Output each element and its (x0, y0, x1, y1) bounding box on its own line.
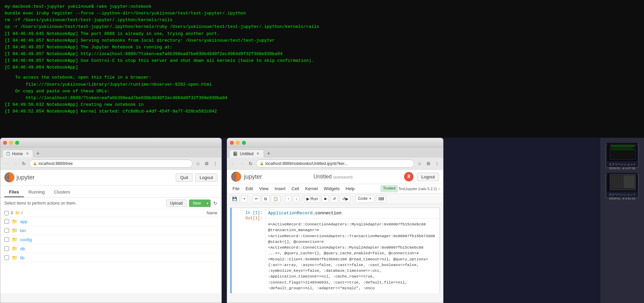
screenshot-thumb-1[interactable]: スクリーンショット 2019-01...4 4.47.36 (605, 144, 639, 168)
move-up-btn[interactable]: ↑ (285, 195, 292, 203)
notebook-title[interactable]: Untitled (313, 174, 332, 179)
terminal-line-14: Or copy and paste one of these URLs: (5, 88, 639, 95)
tab-home-close[interactable]: ✕ (25, 152, 30, 156)
jupyter-logo-text: jupyter (16, 174, 35, 181)
save-btn[interactable]: 💾 (230, 195, 240, 203)
move-down-btn[interactable]: ↓ (293, 195, 300, 203)
terminal-line-16: [I 04:49:50.632 NotebookApp] Creating ne… (5, 101, 639, 108)
nb-forward-button[interactable]: → (239, 160, 245, 167)
toolbar-separator-3 (302, 196, 302, 202)
nb-bookmark-button[interactable]: ☆ (416, 160, 423, 167)
maximize-button[interactable] (15, 141, 19, 145)
menu-help[interactable]: Help (343, 185, 357, 192)
file-link-app[interactable]: app (20, 219, 28, 224)
home-address-bar: ← → ↻ 🔒 localhost:8889/tree ☆ ⚙ ⋮ (0, 158, 221, 170)
reload-button[interactable]: ↻ (20, 160, 27, 167)
menu-insert[interactable]: Insert (272, 185, 288, 192)
file-link-bin[interactable]: bin (20, 228, 26, 233)
folder-icon-config: 📁 (12, 237, 17, 242)
notebook-url-text: localhost:8889/notebooks/Untitled.ipynb?… (265, 161, 348, 166)
file-row-config[interactable]: 📁 config (0, 235, 221, 244)
notebook-cell-1[interactable]: In [1]: Out[1]: ApplicationRecord.connec… (230, 208, 440, 293)
menu-cell[interactable]: Cell (289, 185, 302, 192)
cell-input-code[interactable]: ApplicationRecord.connection (265, 208, 439, 219)
tab-running[interactable]: Running (24, 187, 49, 197)
notebook-new-tab-button[interactable]: + (265, 149, 273, 158)
terminal-line-2: bundle exec iruby register --force --ipy… (5, 10, 639, 17)
file-checkbox-lib[interactable] (4, 255, 9, 260)
nb-more-button[interactable]: ⋮ (434, 160, 440, 167)
new-dropdown-button[interactable]: ▾ (204, 200, 211, 207)
cell-output-label: Out[1]: (246, 216, 262, 221)
terminal-line-10: [C 04:46:49.064 NotebookApp] (5, 64, 639, 71)
nb-back-button[interactable]: ← (230, 160, 237, 167)
files-header-row: 0 📁 / Name (0, 209, 221, 217)
notebook-url-field[interactable]: 🔒 localhost:8889/notebooks/Untitled.ipyn… (256, 160, 414, 168)
menu-widgets[interactable]: Widgets (321, 185, 342, 192)
tab-clusters[interactable]: Clusters (49, 187, 75, 197)
toolbar-separator-2 (283, 196, 283, 202)
nb-logout-button[interactable]: Logout (417, 173, 439, 181)
nb-reload-button[interactable]: ↻ (247, 160, 254, 167)
upload-button[interactable]: Upload (166, 200, 186, 207)
paste-btn[interactable]: 📋 (271, 195, 281, 203)
tab-files[interactable]: Files (4, 187, 24, 197)
minimize-button[interactable] (9, 141, 13, 145)
file-link-db[interactable]: db (20, 246, 25, 251)
refresh-files-button[interactable]: ↻ (213, 201, 217, 206)
copy-btn[interactable]: ⧉ (262, 195, 269, 203)
file-checkbox-db[interactable] (4, 246, 9, 251)
cell-type-selector[interactable]: Code ▾ (355, 195, 375, 203)
notebook-tab-bar: 📓 Untitled ✕ + (227, 147, 443, 158)
screenshot-thumb-2[interactable]: スクリーンショット 2019-01...4 4.51.10 (605, 175, 639, 198)
kernel-status-icon: ○ (438, 187, 440, 191)
extensions-button[interactable]: ⚙ (203, 160, 210, 167)
file-link-config[interactable]: config (20, 237, 32, 242)
menu-edit[interactable]: Edit (243, 185, 256, 192)
folder-icon-lib: 📁 (12, 255, 17, 260)
url-field[interactable]: 🔒 localhost:8889/tree (29, 160, 192, 168)
new-button-group: New ▾ (189, 200, 211, 207)
file-checkbox-bin[interactable] (4, 228, 9, 233)
browser-tab-notebook[interactable]: 📓 Untitled ✕ (229, 149, 264, 158)
new-tab-button[interactable]: + (34, 149, 42, 158)
restart-run-btn[interactable]: ↺▶ (340, 195, 351, 203)
select-all-checkbox[interactable] (4, 211, 9, 215)
back-button[interactable]: ← (3, 160, 10, 167)
lock-icon: 🔒 (33, 162, 37, 165)
more-button[interactable]: ⋮ (212, 160, 219, 167)
folder-icon-app: 📁 (12, 219, 17, 224)
file-row-app[interactable]: 📁 app (0, 217, 221, 226)
nb-maximize-button[interactable] (242, 141, 246, 145)
terminal-line-12: To access the notebook, open this file i… (5, 74, 639, 81)
nb-extensions-button[interactable]: ⚙ (425, 160, 432, 167)
restart-btn[interactable]: ↺ (330, 195, 338, 203)
menu-view[interactable]: View (256, 185, 271, 192)
logout-button[interactable]: Logout (195, 173, 217, 182)
new-button[interactable]: New (189, 200, 204, 207)
keyboard-shortcuts-btn[interactable]: ⌨ (376, 195, 386, 203)
svg-rect-7 (611, 175, 623, 188)
file-row-db[interactable]: 📁 db (0, 244, 221, 253)
browser-tab-home[interactable]: Home ✕ (2, 149, 33, 158)
file-row-lib[interactable]: 📁 lib (0, 253, 221, 262)
menu-kernel[interactable]: Kernel (302, 185, 320, 192)
bookmark-button[interactable]: ☆ (195, 160, 201, 167)
file-checkbox-app[interactable] (4, 219, 9, 224)
file-row-bin[interactable]: 📁 bin (0, 226, 221, 235)
close-button[interactable] (3, 141, 7, 145)
interrupt-btn[interactable]: ■ (321, 195, 329, 203)
file-link-lib[interactable]: lib (20, 255, 25, 260)
notebook-content: jupyter Untitled (autosaved) R Logout Fi… (227, 170, 443, 293)
file-checkbox-config[interactable] (4, 237, 9, 242)
quit-button[interactable]: Quit (176, 173, 192, 182)
notebook-tab-close[interactable]: ✕ (256, 152, 260, 156)
cut-btn[interactable]: ✂ (252, 195, 260, 203)
run-btn[interactable]: ▶ Run (304, 195, 320, 203)
jupyter-logo: jupyter (4, 172, 35, 182)
nb-minimize-button[interactable] (236, 141, 240, 145)
nb-close-button[interactable] (230, 141, 234, 145)
menu-file[interactable]: File (230, 185, 242, 192)
add-cell-btn[interactable]: + (241, 195, 248, 203)
forward-button[interactable]: → (12, 160, 18, 167)
